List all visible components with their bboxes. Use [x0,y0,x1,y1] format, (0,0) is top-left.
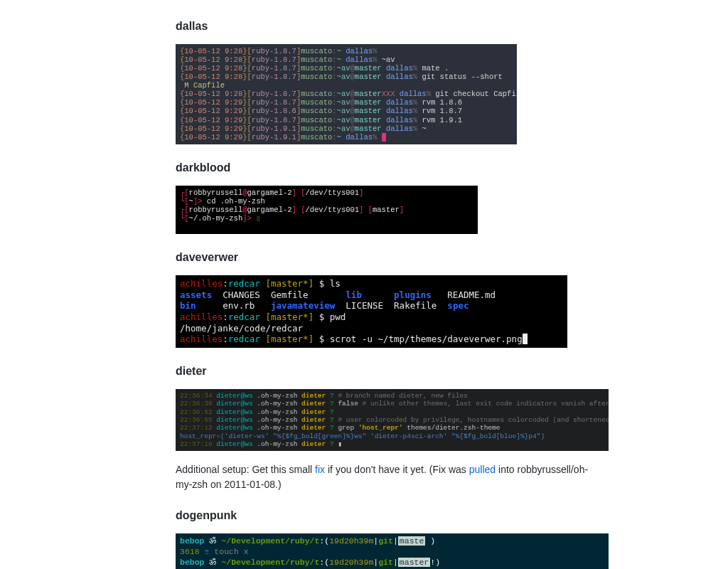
link-pulled[interactable]: pulled [469,464,496,475]
heading-darkblood: darkblood [176,161,602,174]
heading-dogenpunk: dogenpunk [176,509,602,522]
terminal-daveverwer: achilles:redcar [master*] $ ls assets CH… [176,275,567,348]
heading-daveverwer: daveverwer [176,251,602,264]
dieter-note: Additional setup: Get this small fix if … [176,462,602,492]
terminal-darkblood: ┌[robbyrussell@gargamel-2] [/dev/ttys001… [176,186,478,234]
terminal-dieter: 22:36:34 dieter@ws .oh-my-zsh dieter ? #… [176,389,609,452]
heading-dallas: dallas [176,20,602,33]
terminal-dogenpunk: bebop ॐ ~/Development/ruby/t:(19d20h39m|… [176,533,609,569]
heading-dieter: dieter [176,365,602,378]
terminal-dallas: {10-05-12 9:28}[ruby-1.8.7]muscato:~ dal… [176,44,517,144]
link-fix[interactable]: fix [315,464,325,475]
